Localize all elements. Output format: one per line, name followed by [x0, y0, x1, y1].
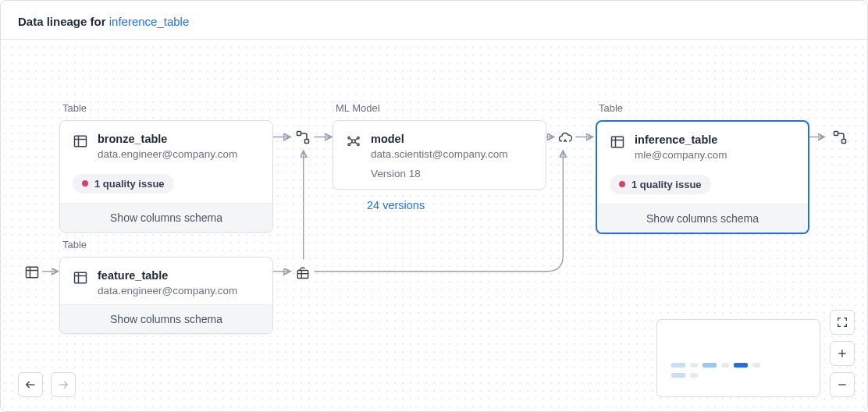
serving-endpoint-node[interactable]	[553, 126, 577, 149]
nav-back-button[interactable]	[18, 372, 43, 397]
table-icon	[24, 265, 40, 280]
minus-icon	[836, 378, 848, 391]
zoom-controls	[830, 310, 855, 397]
fullscreen-icon	[836, 316, 848, 329]
node-owner: data.scientist@company.com	[371, 148, 508, 160]
issue-dot-icon	[619, 181, 625, 187]
issue-text: 1 quality issue	[631, 179, 702, 190]
minimap-node	[734, 363, 748, 368]
zoom-out-button[interactable]	[830, 372, 855, 397]
ml-model-icon	[346, 133, 361, 149]
model-versions-link[interactable]: 24 versions	[367, 199, 425, 211]
node-title: bronze_table	[98, 132, 237, 147]
workflow-icon	[832, 130, 848, 145]
table-icon	[610, 134, 625, 150]
panel-header: Data lineage for inference_table	[1, 1, 867, 40]
node-type-label: ML Model	[336, 102, 546, 114]
minimap-node	[690, 363, 698, 368]
issue-text: 1 quality issue	[94, 178, 165, 190]
minimap-node	[690, 373, 698, 378]
node-type-label: Table	[62, 239, 273, 250]
workflow-icon	[295, 130, 311, 145]
zoom-fit-button[interactable]	[830, 310, 855, 335]
node-bronze-table[interactable]: bronze_table data.engineer@company.com 1…	[59, 120, 273, 233]
feature-store-node[interactable]	[291, 261, 315, 284]
svg-line-18	[355, 139, 358, 141]
minimap-node	[752, 363, 760, 368]
history-nav	[18, 372, 76, 397]
node-owner: data.engineer@company.com	[98, 148, 237, 160]
svg-rect-25	[842, 140, 846, 144]
node-owner: mle@company.com	[635, 149, 727, 161]
workflow-node[interactable]	[828, 126, 852, 149]
svg-point-15	[348, 144, 350, 146]
node-title: feature_table	[98, 268, 237, 284]
issue-dot-icon	[82, 180, 88, 186]
svg-point-16	[358, 144, 360, 146]
table-icon	[73, 133, 88, 149]
minimap-node	[671, 363, 685, 368]
svg-rect-29	[75, 272, 87, 282]
node-title: model	[371, 132, 508, 147]
header-subject-link[interactable]: inference_table	[109, 15, 190, 28]
minimap-node	[671, 373, 685, 378]
svg-rect-32	[297, 271, 308, 279]
upstream-table-node[interactable]	[20, 261, 44, 284]
svg-rect-10	[297, 132, 301, 136]
svg-line-20	[355, 142, 358, 144]
nav-forward-button[interactable]	[51, 372, 76, 397]
show-schema-button[interactable]: Show columns schema	[60, 203, 272, 232]
table-icon	[73, 270, 88, 286]
minimap[interactable]	[656, 319, 820, 397]
svg-rect-26	[27, 267, 38, 277]
node-type-label: Table	[599, 102, 809, 114]
zoom-in-button[interactable]	[830, 341, 855, 366]
svg-line-17	[350, 139, 353, 141]
svg-rect-11	[305, 140, 309, 144]
svg-rect-7	[75, 136, 87, 146]
svg-line-19	[350, 142, 353, 144]
lineage-panel: Data lineage for inference_table	[0, 0, 868, 412]
node-inference-table[interactable]: inference_table mle@company.com 1 qualit…	[596, 120, 809, 234]
quality-issue-badge[interactable]: 1 quality issue	[610, 175, 711, 194]
show-schema-button[interactable]: Show columns schema	[60, 304, 272, 333]
svg-point-13	[348, 137, 350, 140]
arrow-left-icon	[24, 378, 37, 391]
node-model[interactable]: model data.scientist@company.com Version…	[333, 120, 546, 190]
arrow-right-icon	[57, 378, 69, 391]
svg-rect-21	[612, 137, 624, 147]
show-schema-button[interactable]: Show columns schema	[597, 204, 808, 233]
quality-issue-badge[interactable]: 1 quality issue	[73, 174, 174, 194]
svg-rect-24	[834, 132, 838, 136]
minimap-node	[703, 363, 717, 368]
node-title: inference_table	[635, 133, 727, 148]
workflow-node[interactable]	[291, 126, 315, 149]
node-owner: data.engineer@company.com	[98, 285, 237, 297]
node-feature-table[interactable]: feature_table data.engineer@company.com …	[59, 257, 273, 334]
cloud-serving-icon	[557, 130, 573, 145]
header-prefix: Data lineage for	[18, 15, 109, 28]
lineage-canvas[interactable]: Table bronze_table data.engineer@company…	[1, 44, 867, 411]
svg-point-14	[358, 137, 360, 140]
plus-icon	[836, 347, 848, 360]
feature-store-icon	[295, 265, 311, 280]
node-type-label: Table	[62, 102, 273, 114]
minimap-node	[721, 363, 729, 368]
model-version-label: Version 18	[333, 168, 546, 189]
